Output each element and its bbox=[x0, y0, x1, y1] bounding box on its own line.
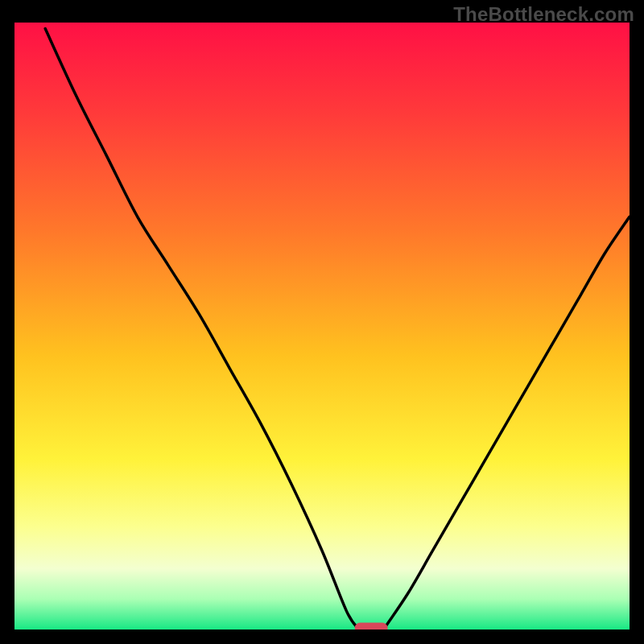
chart-svg bbox=[14, 23, 630, 630]
plot-area bbox=[14, 23, 630, 630]
gradient-background bbox=[14, 23, 630, 630]
chart-frame: TheBottleneck.com bbox=[0, 0, 644, 644]
minimum-marker bbox=[355, 623, 387, 630]
